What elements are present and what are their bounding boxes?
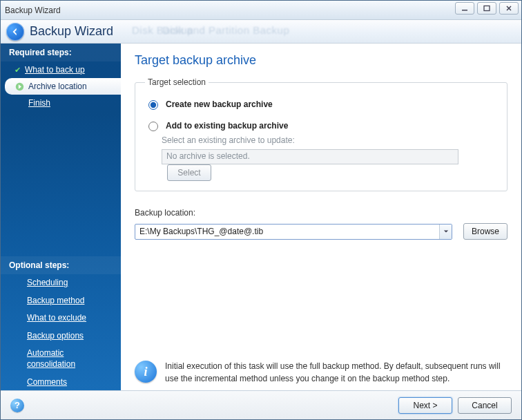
title-bar: Backup Wizard bbox=[1, 1, 521, 20]
existing-hint: Select an existing archive to update: bbox=[162, 135, 497, 145]
backup-location-label: Backup location: bbox=[135, 208, 508, 218]
window-controls bbox=[455, 2, 519, 15]
radio-add-existing[interactable] bbox=[148, 122, 158, 131]
step-what-to-back-up[interactable]: ✔ What to back up bbox=[1, 61, 121, 78]
radio-row-add: Add to existing backup archive bbox=[145, 120, 497, 131]
info-text: Initial execution of this task will use … bbox=[165, 361, 508, 385]
existing-archive-block: Select an existing archive to update: No… bbox=[162, 135, 497, 181]
browse-button[interactable]: Browse bbox=[463, 223, 508, 240]
optional-steps-header: Optional steps: bbox=[1, 256, 121, 274]
optional-backup-method[interactable]: Backup method bbox=[1, 292, 121, 310]
back-arrow-icon bbox=[10, 27, 20, 37]
info-row: i Initial execution of this task will us… bbox=[135, 361, 508, 385]
page-title: Target backup archive bbox=[135, 53, 508, 68]
minimize-button[interactable] bbox=[455, 2, 474, 15]
help-button[interactable]: ? bbox=[10, 399, 24, 412]
chevron-down-icon bbox=[443, 229, 449, 234]
optional-comments[interactable]: Comments bbox=[1, 374, 121, 392]
backup-location-combo[interactable] bbox=[135, 224, 452, 240]
optional-automatic-consolidation[interactable]: Automatic consolidation bbox=[1, 345, 121, 373]
optional-what-to-exclude[interactable]: What to exclude bbox=[1, 309, 121, 327]
step-label: Finish bbox=[28, 98, 50, 108]
back-button[interactable] bbox=[6, 23, 24, 41]
backup-location-input[interactable] bbox=[135, 225, 439, 238]
radio-add-label[interactable]: Add to existing backup archive bbox=[166, 121, 288, 131]
optional-backup-options[interactable]: Backup options bbox=[1, 327, 121, 345]
step-archive-location[interactable]: Archive location bbox=[5, 78, 121, 95]
radio-row-create: Create new backup archive bbox=[145, 98, 497, 110]
existing-archive-field: No archive is selected. bbox=[162, 149, 458, 164]
backup-location-row: Browse bbox=[135, 223, 508, 240]
wizard-sidebar: Required steps: ✔ What to back up Archiv… bbox=[1, 44, 121, 390]
window-title: Backup Wizard bbox=[5, 6, 61, 15]
cancel-button[interactable]: Cancel bbox=[458, 397, 512, 414]
header-title: Backup Wizard bbox=[30, 24, 113, 39]
wizard-footer: ? Next > Cancel bbox=[1, 390, 521, 419]
header-band: Backup Wizard Disk Backup Disk and Parti… bbox=[1, 20, 521, 44]
fieldset-legend: Target selection bbox=[145, 77, 209, 87]
close-button[interactable] bbox=[499, 2, 519, 15]
ghost-breadcrumb-2: Disk and Partition Backup bbox=[162, 24, 289, 36]
info-icon: i bbox=[135, 361, 157, 383]
check-icon: ✔ bbox=[14, 66, 21, 75]
step-label: Archive location bbox=[28, 82, 87, 91]
radio-create-new[interactable] bbox=[148, 100, 158, 110]
radio-create-label[interactable]: Create new backup archive bbox=[166, 99, 273, 109]
select-archive-button: Select bbox=[167, 164, 211, 181]
target-selection-fieldset: Target selection Create new backup archi… bbox=[135, 77, 508, 191]
wizard-content: Target backup archive Target selection C… bbox=[121, 44, 521, 390]
step-finish[interactable]: Finish bbox=[1, 95, 121, 111]
arrow-right-icon bbox=[14, 82, 24, 91]
next-button[interactable]: Next > bbox=[398, 397, 452, 414]
step-label: What to back up bbox=[25, 65, 85, 75]
dropdown-button[interactable] bbox=[439, 225, 452, 239]
optional-scheduling[interactable]: Scheduling bbox=[1, 274, 121, 292]
svg-rect-1 bbox=[484, 6, 490, 11]
required-steps-header: Required steps: bbox=[1, 44, 121, 61]
maximize-button[interactable] bbox=[477, 2, 496, 15]
svg-rect-0 bbox=[462, 10, 467, 11]
